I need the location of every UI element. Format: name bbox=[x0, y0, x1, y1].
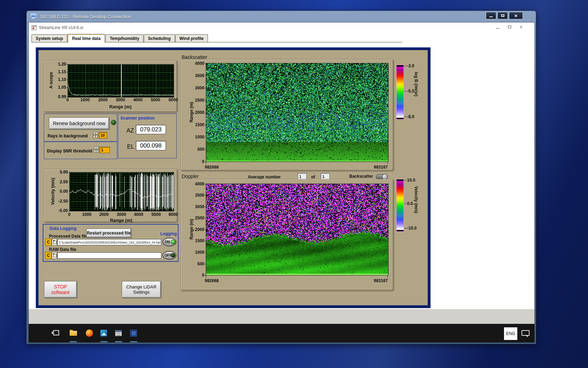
rdp-window: 192.168.0.122 - Remote Desktop Connectio… bbox=[26, 11, 536, 344]
language-indicator[interactable]: ENG bbox=[504, 327, 517, 340]
logging-label: Logging bbox=[160, 231, 177, 236]
ascope-x-axis-label: Range (m) bbox=[96, 104, 145, 109]
tab-real-time-data[interactable]: Real time data bbox=[68, 34, 105, 42]
rdp-minimize-button[interactable] bbox=[486, 12, 496, 19]
ascope-graph: A-scope 1.20 1.15 1.10 1.05 0.99 0 1000 … bbox=[44, 60, 177, 112]
processed-logging-toggle[interactable]: ON bbox=[162, 238, 176, 246]
scanner-position-cluster: Scanner position AZ 079.023 EL 000.098 bbox=[118, 114, 177, 158]
snr-value-field[interactable]: 1 bbox=[99, 147, 110, 153]
change-lidar-settings-button[interactable]: Change LiDAR Settings bbox=[122, 281, 161, 298]
axis-tick: -2.50 bbox=[54, 199, 68, 204]
restart-processed-file-button[interactable]: Restart processed file bbox=[86, 229, 131, 238]
rdp-computer-icon bbox=[31, 14, 37, 19]
raw-path-field[interactable] bbox=[57, 252, 161, 259]
raw-data-file-label: RAW Data file bbox=[49, 247, 76, 252]
rays-value-field[interactable]: 10 bbox=[99, 132, 107, 138]
colorbar-cap bbox=[397, 118, 404, 119]
close-icon: × bbox=[514, 13, 518, 18]
axis-tick: 3000 bbox=[190, 204, 204, 209]
main-panel-frame: A-scope 1.20 1.15 1.10 1.05 0.99 0 1000 … bbox=[36, 47, 430, 308]
raw-drive-box[interactable]: C bbox=[45, 252, 51, 259]
axis-tick: 1.05 bbox=[54, 85, 66, 90]
axis-tick: 500 bbox=[190, 147, 204, 152]
scan-scheduler-icon[interactable] bbox=[115, 329, 124, 338]
axis-tick: 4000 bbox=[190, 182, 204, 186]
minimize-icon bbox=[489, 16, 493, 17]
raw-logging-toggle[interactable]: OFF bbox=[162, 251, 176, 260]
backscatter-plot-area bbox=[206, 63, 388, 162]
app-restore-icon[interactable] bbox=[508, 25, 511, 28]
az-value-display: 079.023 bbox=[136, 125, 166, 134]
snr-cluster: Display SNR threshold ▲▼ 1 bbox=[44, 142, 117, 159]
snr-threshold-label: Display SNR threshold bbox=[47, 149, 92, 154]
backscatter-toggle-switch[interactable] bbox=[376, 174, 388, 179]
processed-path-field[interactable]: C:\Lidar\Data\Proc\2023\202309\20230914\… bbox=[57, 239, 161, 245]
app-close-icon[interactable]: × bbox=[520, 25, 523, 29]
photos-app-icon[interactable] bbox=[100, 329, 109, 338]
axis-tick: 1500 bbox=[190, 238, 204, 243]
axis-tick: 0 bbox=[190, 273, 204, 278]
stop-software-button[interactable]: STOP software bbox=[44, 281, 77, 298]
axis-tick: 2000 bbox=[96, 212, 112, 217]
colorbar-tick: -5.5 bbox=[407, 89, 414, 94]
doppler-x-end: 983167 bbox=[353, 278, 388, 283]
on-label: ON bbox=[164, 240, 170, 244]
rays-in-background-label: Rays in background bbox=[48, 134, 88, 138]
axis-tick: 2000 bbox=[95, 97, 111, 102]
tab-temp-humidity[interactable]: Temp/humidity bbox=[105, 34, 143, 42]
file-explorer-icon[interactable] bbox=[70, 329, 78, 338]
processed-drive-box[interactable]: C bbox=[45, 239, 51, 246]
backscatter-heatmap: Range (m) 4000 3500 3000 2500 2000 1500 … bbox=[181, 59, 393, 171]
labview-app-icon[interactable] bbox=[130, 329, 139, 338]
doppler-x-start: 982668 bbox=[205, 278, 219, 283]
firefox-icon[interactable] bbox=[86, 329, 94, 338]
backscatter-toggle-label: Backscatter bbox=[349, 174, 373, 179]
app-title: StreamLine XR v14-6.vi bbox=[39, 25, 83, 30]
axis-tick: 1000 bbox=[190, 135, 204, 139]
processed-data-file-label: Processed Data file bbox=[49, 234, 88, 239]
axis-tick-mark bbox=[387, 162, 388, 164]
axis-tick: 2500 bbox=[190, 98, 204, 103]
axis-tick: 3500 bbox=[190, 73, 204, 78]
axis-tick-mark bbox=[206, 162, 206, 164]
rdp-close-button[interactable]: × bbox=[509, 12, 523, 19]
snr-spinner[interactable]: ▲▼ bbox=[94, 146, 98, 153]
processed-browse-icon[interactable] bbox=[52, 239, 57, 246]
axis-tick: 6000 bbox=[166, 97, 181, 102]
tab-wind-profile[interactable]: Wind profile bbox=[175, 34, 208, 42]
tab-scheduling[interactable]: Scheduling bbox=[144, 34, 175, 42]
colorbar-gradient bbox=[397, 67, 404, 118]
axis-tick: 5000 bbox=[148, 212, 164, 217]
axis-tick: 1000 bbox=[77, 97, 93, 102]
of-label: of bbox=[311, 175, 315, 179]
off-label: OFF bbox=[164, 253, 172, 257]
backscatter-x-end: 983167 bbox=[353, 165, 388, 170]
renew-background-button[interactable]: Renew background now bbox=[49, 117, 109, 129]
axis-tick: 2.50 bbox=[54, 179, 68, 184]
rdp-maximize-button[interactable] bbox=[497, 12, 508, 19]
velocity-graph: Velocity (m/s) 5.00 2.50 0.00 -2.50 -5.0… bbox=[44, 169, 177, 222]
logging-on-led bbox=[171, 240, 175, 244]
el-value-display: 000.098 bbox=[136, 141, 166, 150]
axis-tick: 1.10 bbox=[54, 77, 66, 82]
axis-tick: 5000 bbox=[148, 97, 163, 102]
tab-system-setup[interactable]: System setup bbox=[31, 34, 67, 42]
rays-spinner[interactable]: ▲▼ bbox=[93, 132, 98, 138]
backscatter-x-start: 982668 bbox=[205, 165, 219, 170]
colorbar-tick: 10.0 bbox=[407, 178, 415, 183]
renew-background-led bbox=[111, 120, 116, 125]
running-app-indicator bbox=[130, 341, 137, 342]
axis-tick: 1000 bbox=[79, 212, 94, 217]
az-label: AZ bbox=[126, 127, 134, 134]
running-app-indicator bbox=[115, 341, 122, 342]
app-bottom-strip bbox=[29, 308, 534, 324]
tab-bar: System setup Real time data Temp/humidit… bbox=[31, 34, 402, 42]
rdp-titlebar[interactable]: 192.168.0.122 - Remote Desktop Connectio… bbox=[27, 11, 536, 22]
task-view-icon[interactable] bbox=[53, 329, 62, 338]
feedback-chat-icon[interactable] bbox=[522, 330, 530, 336]
app-minimize-icon[interactable] bbox=[496, 28, 499, 29]
el-label: EL bbox=[127, 143, 134, 150]
doppler-colorbar-label: Velocity (m/s) bbox=[414, 186, 419, 246]
app-titlebar[interactable]: StreamLine XR v14-6.vi × bbox=[29, 22, 534, 33]
raw-browse-icon[interactable] bbox=[52, 252, 57, 259]
